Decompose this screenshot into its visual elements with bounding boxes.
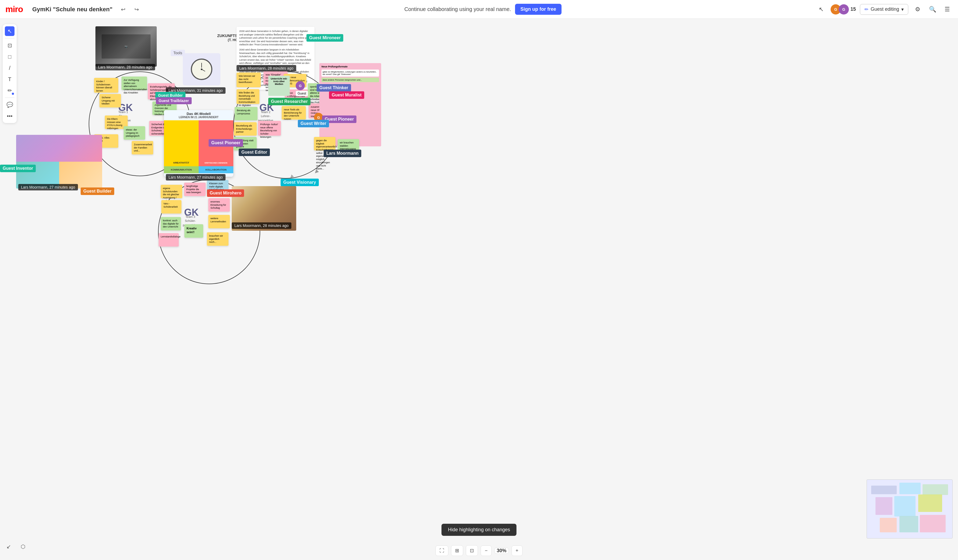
sticky-schueler-1: eigene Schulstunden die mit gleicher Aus…	[161, 185, 182, 198]
sticky-schueler-6: konkret: auch das digitale für den Unter…	[161, 217, 181, 231]
user-mironeer: Guest Mironeer	[306, 34, 343, 42]
user-pioneer-1: Guest Pioneer	[209, 139, 243, 147]
search-icon[interactable]: 🔍	[927, 4, 938, 15]
sticky-eltern-5: etwas: der Umgang im pädagogisch	[124, 126, 145, 140]
user-thinker: Guest Thinker	[317, 84, 351, 92]
sticky-schueler-7: weitere Lernmethoden	[208, 215, 230, 228]
avatar-group: G G 15	[831, 4, 856, 14]
sticky-lehrer-3: Wie finden die Beziehung und nonverbale …	[236, 89, 259, 104]
photo-group-left	[16, 135, 102, 188]
das4k-label: Das 4K-Modell	[166, 112, 232, 116]
sticky-lehrer-1: Wie können wir das nicht beeinflussen	[236, 73, 261, 87]
left-toolbar: ↖ ⊡ □ / T ✏ 💬 •••	[3, 24, 17, 123]
rect-tool[interactable]: □	[5, 52, 14, 62]
lernen-label: LERNEN IM 21 JAHRHUNDERT	[166, 116, 232, 119]
collaborate-text: Continue collaborating using your real n…	[404, 6, 511, 13]
select-tool[interactable]: ↖	[5, 26, 14, 36]
kreativitat-label: KREATIVITÄT	[173, 161, 189, 164]
zoom-level: 30%	[494, 547, 509, 554]
timestamp-4: Lars Moormann, 27 minutes ago	[166, 174, 225, 180]
user-builder-2: Guest Builder	[81, 187, 114, 195]
board-title: GymKi "Schule neu denken"	[32, 6, 113, 13]
bottom-toolbar: ↙ ⬡ ⛶ ⊞ ⊡ − 30% +	[0, 545, 958, 556]
chevron-down-icon: ▾	[901, 6, 904, 13]
map-button[interactable]: ⊞	[451, 545, 463, 556]
miro-logo[interactable]: miro	[5, 4, 27, 15]
kollaboration-label: KOLLABORATION	[205, 168, 226, 171]
undo-redo-group: ↩ ↪	[118, 4, 142, 15]
user-count: 15	[850, 6, 856, 12]
zoom-in-button[interactable]: +	[512, 546, 523, 556]
redo-button[interactable]: ↪	[131, 4, 142, 15]
fit-button[interactable]: ⊡	[466, 545, 478, 556]
cursor-icon[interactable]: ↖	[816, 4, 826, 15]
canvas: 📷 Lars Moormann, 28 minutes ago ZUKUNFTS…	[0, 19, 958, 560]
frame-tool[interactable]: ⊡	[5, 41, 14, 50]
sticky-right-1: gegen die trägheit eigenverantwortlich E…	[314, 137, 335, 150]
kommunikation-label: KOMMUNIKATION	[171, 168, 192, 171]
left-control-2[interactable]: ⬡	[17, 541, 29, 552]
user-inventor: Guest Inventor	[0, 165, 36, 172]
undo-button[interactable]: ↩	[118, 4, 128, 15]
user-label-trailblazer: Guest Trailblazer	[156, 97, 192, 104]
sticky-schueler-8: Lernstandsdialoge	[159, 233, 179, 247]
sticky-eltern-2: Zur Verfügung stellen von alternativem U…	[122, 76, 147, 90]
menu-icon[interactable]: ☰	[942, 4, 953, 15]
sticky-eltern-3: Sicherer Umgang mit Medien	[100, 94, 121, 108]
comment-tool[interactable]: 💬	[5, 100, 14, 109]
header-center: Continue collaborating using your real n…	[150, 4, 816, 15]
timestamp-3: Lars Moormann, 28 minutes ago	[236, 65, 296, 71]
avatar-2: G	[839, 4, 849, 14]
kreativ-sein: Kreativ sein!!	[184, 224, 203, 238]
logo-text: miro	[5, 4, 23, 14]
user-writer: Guest Writer	[298, 120, 329, 127]
sticky-zusammen: Zusammenarbeit der Familien und...	[132, 141, 153, 154]
sticky-schueler-2: langfristige Projekte die was bewegen	[184, 183, 206, 196]
pen-tool[interactable]: ✏	[5, 86, 14, 95]
guest-editing-label: Guest editing	[871, 6, 899, 12]
tools-label: Tools	[171, 50, 185, 56]
sticky-lehrer-4: Beratung als Lernprozess	[235, 107, 257, 120]
user-mirohero: Guest Mirohero	[207, 189, 244, 197]
pencil-icon: ✏	[864, 6, 869, 13]
sticky-lehrer-11: neue Tools als Bereicherung für den Unte…	[282, 106, 306, 120]
more-tools[interactable]: •••	[5, 111, 14, 121]
user-editor: Guest Editor	[239, 149, 270, 156]
conference-photo: 📷	[95, 26, 157, 66]
user-researcher: Guest Researcher	[268, 98, 311, 105]
fullscreen-button[interactable]: ⛶	[435, 546, 448, 556]
text-tool[interactable]: T	[5, 74, 14, 84]
guest-editing-button[interactable]: ✏ Guest editing ▾	[860, 4, 908, 15]
user-visionary: Guest Visionary	[281, 179, 319, 186]
minimap[interactable]	[867, 479, 953, 538]
header-right: ↖ G G 15 ✏ Guest editing ▾ ⚙ 🔍 ☰	[816, 4, 953, 15]
timestamp-1: Lars Moormann, 28 minutes ago	[95, 64, 155, 70]
toolbar-divider-1	[5, 38, 14, 38]
unterricht-box: Unterricht mit-trotz-über Medien	[268, 76, 290, 96]
user-muralist: Guest Muralist	[329, 91, 364, 99]
sticky-schueler-5: enormes Einseiturng für Schultag	[208, 198, 230, 212]
settings-icon[interactable]: ⚙	[912, 4, 923, 15]
pen-dot	[12, 93, 14, 95]
sticky-eltern-1: Kinder / Schülerinnen können überall ler…	[94, 78, 118, 93]
header: miro GymKi "Schule neu denken" ↩ ↪ Conti…	[0, 0, 958, 19]
hide-changes-label: Hide highlighting on changes	[448, 527, 510, 532]
guest-avatar-area: G Guest	[296, 81, 308, 96]
line-tool[interactable]: /	[5, 63, 14, 73]
sticky-schueler-9: brauchen wir eigentlich noch...	[207, 233, 228, 246]
left-bottom-controls: ↙ ⬡	[3, 541, 29, 552]
kritisches-label: KRITISCHES DENKEN	[205, 162, 227, 164]
minimap-inner	[867, 480, 952, 538]
signup-button[interactable]: Sign up for free	[515, 4, 561, 15]
photo-top	[16, 135, 102, 162]
left-control-1[interactable]: ↙	[3, 541, 15, 552]
zoom-out-button[interactable]: −	[481, 546, 492, 556]
sticky-lehrer-9: Prüfungs- kultur/ neue offene Beurteilun…	[258, 121, 281, 136]
user-lars: Lars Moormann	[324, 150, 361, 157]
clock-frame	[183, 53, 220, 85]
sticky-lehrer-8: Beurteilung als Entscheidungs- partner	[234, 122, 257, 136]
timestamp-5: Lars Moormann, 27 minutes ago	[18, 184, 78, 190]
hide-changes-bar[interactable]: Hide highlighting on changes	[441, 524, 516, 536]
sticky-schueler-4: Varu - Schülerarbeit	[161, 200, 181, 214]
timestamp-6: Lars Moormann, 28 minutes ago	[232, 222, 291, 229]
